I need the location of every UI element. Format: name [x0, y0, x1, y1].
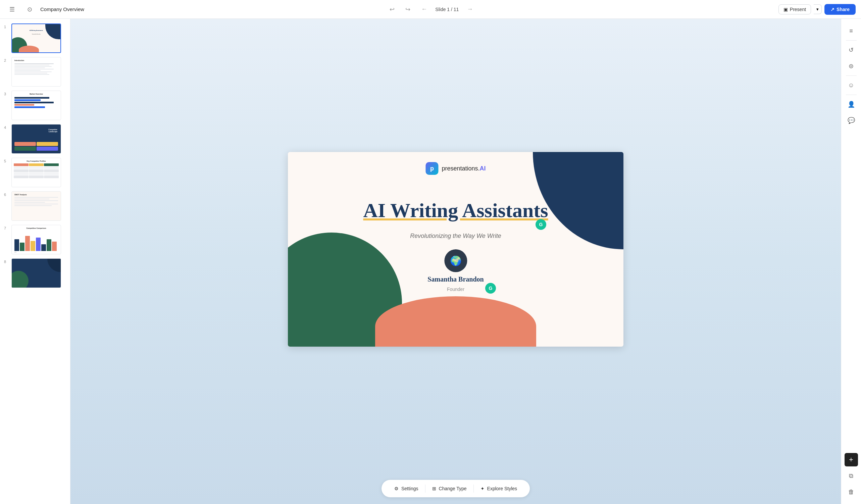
add-icon: + — [849, 455, 853, 464]
slide-number-6: 6 — [4, 191, 9, 196]
menu-button[interactable]: ☰ — [5, 3, 19, 16]
prev-icon: ← — [421, 6, 427, 12]
share-label: Share — [836, 7, 850, 12]
emoji-button[interactable]: ☺ — [845, 79, 858, 92]
explore-styles-icon: ✦ — [480, 486, 484, 491]
explore-styles-button[interactable]: ✦ Explore Styles — [476, 483, 522, 494]
share-button[interactable]: ↗ Share — [824, 4, 856, 15]
slide-thumb-8 — [11, 258, 61, 288]
chevron-down-icon: ▾ — [816, 7, 819, 12]
share-icon: ↗ — [831, 7, 834, 12]
slide-panel: 1 AI Writing Assistants Samantha Brandon… — [0, 19, 70, 504]
change-type-label: Change Type — [439, 486, 467, 491]
slide-item-3[interactable]: 3 Market Overview — [0, 88, 70, 122]
present-dropdown-button[interactable]: ▾ — [814, 4, 822, 14]
slide-number-4: 4 — [4, 124, 9, 130]
document-title: Company Overview — [40, 6, 84, 12]
slide-number-8: 8 — [4, 258, 9, 264]
main-layout: 1 AI Writing Assistants Samantha Brandon… — [0, 19, 861, 504]
slide-logo-area: p presentations.AI — [425, 162, 486, 175]
settings-icon: ⚙ — [394, 486, 399, 491]
topbar-left: ☰ ⊙ Company Overview — [5, 3, 84, 16]
tune-button[interactable]: ⊜ — [845, 59, 858, 73]
grammarly-badge-2: G — [485, 283, 496, 294]
logo-text: presentations.AI — [441, 165, 486, 172]
next-slide-button[interactable]: → — [464, 4, 476, 14]
logo-icon: p — [425, 162, 438, 175]
sidebar-divider-1 — [846, 40, 857, 41]
change-type-button[interactable]: ⊞ Change Type — [427, 483, 472, 494]
undo-icon: ↩ — [390, 6, 395, 13]
redo-icon: ↪ — [405, 6, 410, 13]
prev-slide-button[interactable]: ← — [419, 4, 430, 14]
slide-thumb-2: Introduction — [11, 57, 61, 86]
present-icon: ▣ — [783, 7, 788, 12]
right-sidebar: ≡ ↺ ⊜ ☺ 👤 💬 + — [841, 19, 861, 504]
undo-button[interactable]: ↩ — [387, 4, 397, 14]
slide-item-5[interactable]: 5 Key Competitor Profiles — [0, 156, 70, 189]
emoji-icon: ☺ — [848, 82, 854, 89]
slide-thumb-1: AI Writing Assistants Samantha Brandon — [11, 24, 61, 53]
topbar: ☰ ⊙ Company Overview ↩ ↪ ← Slide 1 / 11 … — [0, 0, 861, 19]
slide-thumb-7: Competitive Comparison 97% — [11, 225, 61, 254]
topbar-right: ▣ Present ▾ ↗ Share — [778, 4, 856, 15]
slide-item-6[interactable]: 6 SWOT Analysis — [0, 189, 70, 223]
delete-icon: 🗑 — [848, 489, 854, 495]
comment-button[interactable]: 💬 — [845, 114, 858, 127]
slide-avatar: 🌍 — [444, 249, 467, 272]
copy-button[interactable]: ⧉ — [845, 469, 858, 482]
redo-button[interactable]: ↪ — [402, 4, 413, 14]
sidebar-divider-3 — [846, 95, 857, 95]
delete-button[interactable]: 🗑 — [845, 485, 858, 499]
slide-number-3: 3 — [4, 91, 9, 96]
topbar-center: ↩ ↪ ← Slide 1 / 11 → — [387, 4, 476, 14]
slide-presenter-area: 🌍 Samantha Brandon Founder — [427, 249, 483, 292]
notes-button[interactable]: ≡ — [845, 24, 858, 38]
slide-number-1: 1 — [4, 24, 9, 29]
right-sidebar-top: ≡ ↺ ⊜ ☺ 👤 💬 — [845, 24, 858, 450]
toolbar-divider-2 — [474, 485, 474, 493]
slide-item-8[interactable]: 8 — [0, 256, 70, 290]
history-sidebar-button[interactable]: ↺ — [845, 43, 858, 57]
slide-item-1[interactable]: 1 AI Writing Assistants Samantha Brandon — [0, 22, 70, 55]
grammarly-badge-1: G — [535, 219, 546, 230]
slide-subtitle: Revolutionizing the Way We Write — [410, 233, 501, 240]
avatar-emoji: 🌍 — [450, 255, 462, 267]
slide-item-4[interactable]: 4 CompetitorLandscape — [0, 122, 70, 156]
slide-indicator: Slide 1 / 11 — [435, 7, 459, 12]
content-area: p presentations.AI AI Writing Assistants… — [70, 19, 841, 504]
present-label: Present — [790, 7, 806, 12]
copy-icon: ⧉ — [849, 473, 853, 479]
change-type-icon: ⊞ — [432, 486, 436, 491]
slide-number-2: 2 — [4, 57, 9, 63]
toolbar-divider-1 — [425, 485, 425, 493]
slide-thumb-4: CompetitorLandscape — [11, 124, 61, 154]
tune-icon: ⊜ — [849, 63, 853, 70]
next-icon: → — [467, 6, 473, 12]
explore-styles-label: Explore Styles — [487, 486, 517, 491]
add-element-button[interactable]: + — [845, 453, 858, 466]
slide-toolbar: ⚙ Settings ⊞ Change Type ✦ Explore Style… — [382, 480, 530, 497]
presenter-name: Samantha Brandon — [427, 275, 483, 283]
slide-thumb-5: Key Competitor Profiles — [11, 158, 61, 187]
add-user-icon: 👤 — [848, 101, 855, 108]
slide-item-7[interactable]: 7 Competitive Comparison 97% — [0, 223, 70, 256]
history-button[interactable]: ⊙ — [23, 3, 36, 16]
add-user-button[interactable]: 👤 — [845, 98, 858, 111]
comment-icon: 💬 — [848, 117, 855, 124]
slide-number-7: 7 — [4, 225, 9, 230]
slide-number-5: 5 — [4, 158, 9, 163]
settings-button[interactable]: ⚙ Settings — [390, 483, 423, 494]
slide-item-2[interactable]: 2 Introduction — [0, 55, 70, 88]
history-sidebar-icon: ↺ — [849, 46, 853, 54]
history-icon: ⊙ — [27, 6, 32, 13]
slide-canvas: p presentations.AI AI Writing Assistants… — [288, 152, 624, 346]
settings-label: Settings — [401, 486, 419, 491]
notes-icon: ≡ — [849, 28, 853, 35]
present-button[interactable]: ▣ Present — [778, 4, 811, 14]
menu-icon: ☰ — [9, 6, 15, 13]
sidebar-divider-2 — [846, 76, 857, 76]
slide-thumb-3: Market Overview — [11, 91, 61, 120]
main-slide-title: AI Writing Assistants — [363, 199, 548, 222]
slide-canvas-wrapper: p presentations.AI AI Writing Assistants… — [70, 19, 841, 480]
